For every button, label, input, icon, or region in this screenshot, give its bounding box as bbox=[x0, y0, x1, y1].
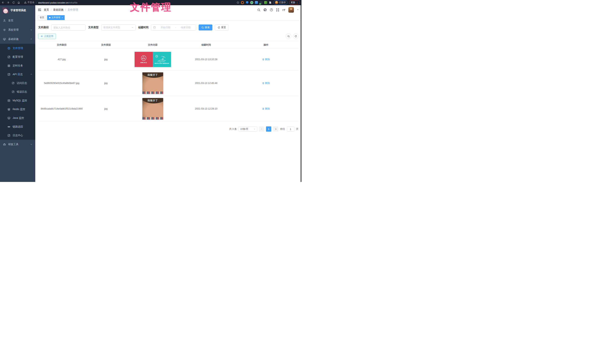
delete-button[interactable]: 删除 bbox=[262, 58, 270, 61]
extension-dark-icon[interactable]: on bbox=[260, 1, 263, 4]
goto-page-input[interactable] bbox=[287, 126, 294, 132]
sidebar-item-config[interactable]: 配置管理 bbox=[0, 53, 35, 61]
navbar: 首页 / 基础设施 / 文件管理 ᴛT bbox=[35, 5, 302, 14]
col-header-path: 文件路径 bbox=[38, 43, 85, 46]
database-icon bbox=[7, 99, 10, 102]
breadcrumb-separator: / bbox=[65, 8, 66, 11]
fullscreen-icon[interactable] bbox=[276, 8, 279, 11]
github-icon[interactable] bbox=[263, 8, 267, 11]
app-title: 芋道管理系统 bbox=[10, 9, 26, 12]
upload-file-button[interactable]: 上传文件 bbox=[38, 34, 56, 39]
cell-actions: 删除 bbox=[233, 107, 299, 110]
chevron-right-icon bbox=[275, 128, 277, 130]
page-number-button[interactable]: 1 bbox=[266, 126, 271, 132]
page: 不安全 | dashboard.yudao.iocoder.cn/infra/f… bbox=[0, 0, 302, 182]
toggle-search-button[interactable] bbox=[286, 34, 291, 39]
cell-created-time: 2021-03-13 12:29:10 bbox=[179, 107, 233, 110]
sidebar-logo[interactable]: 芋道管理系统 bbox=[0, 5, 35, 16]
sidebar-item-infra[interactable]: 基础设施 bbox=[0, 34, 35, 44]
help-icon[interactable] bbox=[270, 8, 273, 11]
cloud-upload-icon bbox=[7, 47, 10, 50]
breadcrumb-current: 文件管理 bbox=[68, 8, 78, 11]
sidebar-item-mysql[interactable]: MySQL 监控 bbox=[0, 96, 35, 105]
file-path-input[interactable] bbox=[53, 26, 83, 29]
sidebar-item-label: 访问日志 bbox=[17, 81, 32, 85]
tag-close-icon[interactable]: × bbox=[62, 17, 63, 19]
extension-orange-icon[interactable] bbox=[241, 1, 244, 4]
file-thumbnail-996icu[interactable]: 996.ICU work-life balance bbox=[135, 52, 171, 67]
sidebar-item-redis[interactable]: Redis 监控 bbox=[0, 105, 35, 114]
sidebar-item-file-manage[interactable]: 文件管理 bbox=[0, 44, 35, 53]
address-bar[interactable]: 不安全 | dashboard.yudao.iocoder.cn/infra/f… bbox=[24, 1, 77, 4]
log-edit-icon bbox=[7, 73, 10, 76]
header-search-icon[interactable] bbox=[257, 8, 260, 11]
hamburger-icon[interactable] bbox=[38, 8, 41, 11]
date-range-picker[interactable]: 开始日期 - 结束日期 bbox=[151, 24, 196, 30]
select-chevron-down-icon bbox=[131, 26, 133, 29]
sidebar-item-trace[interactable]: 链路追踪 bbox=[0, 122, 35, 131]
file-thumbnail-meme[interactable]: 我裂开了 bbox=[142, 72, 163, 94]
extension-green-leaf-icon[interactable] bbox=[264, 1, 267, 4]
cell-file-content: 996.ICU work-life balance bbox=[127, 52, 179, 67]
profile-chip[interactable]: 已暂停 bbox=[273, 0, 287, 5]
extension-blue-gem-icon[interactable] bbox=[246, 1, 249, 4]
address-divider: | bbox=[36, 1, 36, 4]
page-suffix-label: 页 bbox=[296, 127, 299, 131]
browser-menu-dots-icon[interactable]: ⋮ bbox=[296, 1, 298, 4]
breadcrumb-infra[interactable]: 基础设施 bbox=[53, 8, 63, 11]
file-type-select[interactable]: 请选择文件类型 bbox=[101, 24, 136, 30]
tag-file-manage[interactable]: 文件管理 × bbox=[47, 15, 65, 20]
badge-996-text: 996.ICU bbox=[140, 62, 147, 64]
infra-submenu: 文件管理 配置管理 定时任务 API 日志 bbox=[0, 44, 35, 140]
upload-button-label: 上传文件 bbox=[44, 34, 53, 38]
refresh-table-button[interactable] bbox=[293, 34, 299, 39]
logo-image bbox=[3, 7, 9, 13]
reset-button-label: 重置 bbox=[221, 26, 226, 29]
reload-icon[interactable] bbox=[12, 1, 15, 4]
sidebar-item-devtools[interactable]: 研发工具 bbox=[0, 140, 35, 149]
timer-icon bbox=[7, 64, 10, 67]
cell-file-content: 我裂开了 bbox=[127, 98, 179, 120]
sidebar-item-label: 文件管理 bbox=[13, 46, 32, 50]
forward-icon[interactable] bbox=[7, 1, 10, 4]
file-thumbnail-meme[interactable]: 我裂开了 bbox=[142, 98, 163, 120]
breadcrumb-home[interactable]: 首页 bbox=[44, 8, 49, 11]
tag-label: 首页 bbox=[40, 16, 44, 19]
bookmark-star-icon[interactable] bbox=[236, 1, 239, 4]
font-size-icon[interactable]: ᴛT bbox=[282, 8, 285, 11]
reset-button[interactable]: 重置 bbox=[215, 24, 229, 30]
delete-button[interactable]: 删除 bbox=[262, 107, 270, 110]
sidebar-item-error-log[interactable]: 错误日志 bbox=[0, 87, 35, 96]
sidebar-item-job[interactable]: 定时任务 bbox=[0, 61, 35, 70]
prev-page-button[interactable] bbox=[259, 126, 264, 132]
page-size-select[interactable]: 10条/页 bbox=[239, 126, 257, 132]
search-button[interactable]: 搜索 bbox=[199, 24, 212, 30]
trash-icon bbox=[262, 82, 264, 84]
user-caret-down-icon[interactable] bbox=[297, 8, 299, 11]
sidebar-item-access-log[interactable]: 访问日志 bbox=[0, 79, 35, 87]
user-avatar[interactable] bbox=[288, 7, 294, 13]
update-button[interactable]: 更新 ⋮ bbox=[289, 0, 300, 5]
browser-scrollbar[interactable] bbox=[301, 5, 302, 182]
home-menu-icon bbox=[3, 19, 6, 22]
sidebar-item-java[interactable]: Java 监控 bbox=[0, 114, 35, 122]
sidebar-item-system[interactable]: 系统管理 bbox=[0, 25, 35, 34]
url-host: dashboard.yudao.iocoder.cn bbox=[38, 1, 68, 4]
meme-caption: 我裂开了 bbox=[142, 73, 163, 77]
tag-home[interactable]: 首页 bbox=[38, 15, 46, 20]
next-page-button[interactable] bbox=[273, 126, 278, 132]
extension-green-check-icon[interactable]: ✓ bbox=[250, 1, 253, 4]
back-icon[interactable] bbox=[1, 1, 4, 4]
security-chip[interactable]: 不安全 bbox=[24, 1, 35, 4]
active-tag-dot bbox=[49, 17, 50, 18]
sidebar-item-home[interactable]: 首页 bbox=[0, 16, 35, 25]
sidebar-item-log-center[interactable]: 日志中心 bbox=[0, 131, 35, 140]
extensions-puzzle-icon[interactable] bbox=[269, 1, 272, 4]
log-edit-icon bbox=[12, 82, 14, 84]
delete-button[interactable]: 删除 bbox=[262, 81, 270, 85]
extension-blue-cube-icon[interactable] bbox=[255, 1, 258, 4]
home-icon[interactable] bbox=[17, 1, 20, 4]
sidebar-item-api-log[interactable]: API 日志 bbox=[0, 70, 35, 79]
cell-file-path: 427.jpg bbox=[38, 58, 85, 61]
sidebar-item-label: MySQL 监控 bbox=[13, 99, 32, 102]
